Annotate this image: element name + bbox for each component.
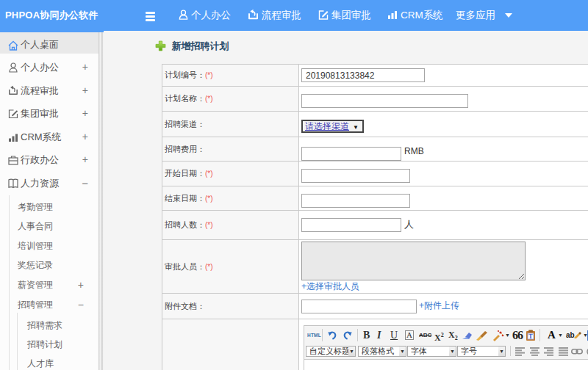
svg-text:T: T [528,333,533,340]
